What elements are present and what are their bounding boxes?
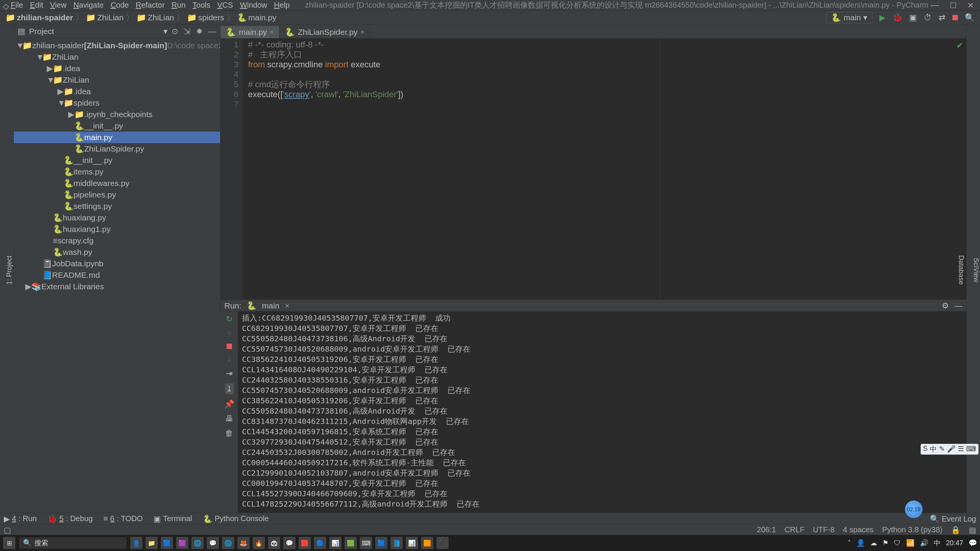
menu-refactor[interactable]: Refactor — [136, 1, 165, 10]
tree-item[interactable]: 🐍 huaxiang1.py — [14, 223, 220, 235]
run-button[interactable]: ▶ — [879, 13, 885, 22]
tab-close-icon[interactable]: × — [361, 29, 364, 36]
taskbar-app[interactable]: 🟩 — [345, 537, 357, 549]
tree-item[interactable]: 🐍 wash.py — [14, 246, 220, 258]
bottom-tab[interactable]: ≡ 6: TODO — [103, 514, 143, 523]
menu-tools[interactable]: Tools — [193, 1, 211, 10]
editor-tab[interactable]: 🐍main.py× — [220, 26, 279, 38]
windows-taskbar[interactable]: ⊞ 🔍 搜索 👤📁🟦🟪🌐💬🌐🦊🔥🐼💬🟥🔵📊🟩⌨🟦📘📊🟧⬛ ˄ 👤 ☁ ⚑ 🛡 📶… — [0, 535, 980, 551]
menu-window[interactable]: Window — [240, 1, 267, 10]
locate-icon[interactable]: ⊙ — [172, 27, 178, 36]
caret-position[interactable]: 206:1 — [757, 525, 776, 534]
breadcrumb-item[interactable]: 📁 ZhiLian — [136, 13, 174, 22]
breadcrumb-item[interactable]: 📁 ZhiLian — [86, 13, 124, 22]
tree-item[interactable]: 🐍 items.py — [14, 166, 220, 178]
breadcrumb[interactable]: 📁 zhilian-spaider〉📁 ZhiLian〉📁 ZhiLian〉📁 … — [5, 12, 826, 23]
file-encoding[interactable]: UTF-8 — [813, 525, 835, 534]
breadcrumb-item[interactable]: 🐍 main.py — [237, 13, 277, 22]
expand-icon[interactable]: ⇲ — [184, 27, 191, 36]
minimize-icon[interactable]: — — [931, 1, 939, 10]
tree-item[interactable]: 📘 README.md — [14, 269, 220, 281]
tree-item[interactable]: ▶ 📁 .ipynb_checkpoints — [14, 109, 220, 120]
print-icon[interactable]: 🖶 — [225, 414, 233, 423]
ime-button[interactable]: 🎤 — [947, 445, 956, 454]
taskbar-app[interactable]: 💬 — [207, 537, 219, 549]
menu-navigate[interactable]: Navigate — [74, 1, 104, 10]
tree-item[interactable]: ▼ 📁 zhilian-spaider [ZhiLian-Spider-main… — [14, 40, 220, 51]
coverage-button[interactable]: ▣ — [909, 13, 917, 22]
project-tool-tab[interactable]: 1: Project — [5, 256, 13, 285]
status-menu-icon[interactable]: ▤ — [969, 525, 976, 535]
notification-icon[interactable]: 💬 — [969, 539, 977, 547]
lock-icon[interactable]: 🔒 — [951, 525, 960, 535]
taskbar-search[interactable]: 🔍 搜索 — [19, 537, 126, 549]
stop-button[interactable] — [952, 15, 958, 20]
menu-edit[interactable]: Edit — [30, 1, 43, 10]
debug-button[interactable]: 🐞 — [892, 13, 902, 22]
menu-help[interactable]: Help — [274, 1, 290, 10]
collapse-icon[interactable]: — — [208, 27, 216, 36]
tray-chevron-icon[interactable]: ˄ — [848, 539, 851, 547]
tray-ime-icon[interactable]: 中 — [934, 538, 941, 548]
ime-button[interactable]: ✎ — [939, 445, 945, 454]
indent-setting[interactable]: 4 spaces — [843, 525, 874, 534]
taskbar-app[interactable]: 🐼 — [268, 537, 280, 549]
taskbar-app[interactable]: 💬 — [283, 537, 296, 549]
python-interpreter[interactable]: Python 3.8 (py38) — [882, 525, 942, 534]
bottom-tab[interactable]: 🐞 5: Debug — [47, 514, 93, 523]
project-tree[interactable]: ▼ 📁 zhilian-spaider [ZhiLian-Spider-main… — [14, 38, 220, 513]
project-view-dropdown[interactable]: ▾ — [163, 27, 168, 36]
menu-view[interactable]: View — [50, 1, 67, 10]
taskbar-app[interactable]: 🟪 — [176, 537, 188, 549]
start-button[interactable]: ⊞ — [3, 537, 15, 549]
editor-tab[interactable]: 🐍ZhiLianSpider.py× — [279, 26, 370, 38]
taskbar-app[interactable]: 🟦 — [375, 537, 387, 549]
stop-run-icon[interactable] — [227, 344, 232, 349]
ime-button[interactable]: ⌨ — [966, 445, 976, 454]
run-hide-icon[interactable]: — — [954, 301, 962, 310]
main-menu[interactable]: FileEditViewNavigateCodeRefactorRunTools… — [11, 1, 290, 10]
bottom-tool-tabs[interactable]: ▶ 4: Run🐞 5: Debug≡ 6: TODO▣ Terminal🐍 P… — [0, 513, 980, 524]
tray-sound-icon[interactable]: 🔊 — [920, 539, 928, 547]
taskbar-app[interactable]: ⬛ — [436, 537, 449, 549]
tree-item[interactable]: ≡ scrapy.cfg — [14, 235, 220, 246]
taskbar-app[interactable]: 🟥 — [299, 537, 311, 549]
tree-item[interactable]: 🐍 __init__.py — [14, 120, 220, 132]
editor-tabs[interactable]: 🐍main.py×🐍ZhiLianSpider.py× — [220, 24, 966, 38]
tray-people-icon[interactable]: 👤 — [856, 539, 865, 547]
ime-button[interactable]: S — [923, 445, 928, 454]
breadcrumb-item[interactable]: 📁 spiders — [187, 13, 224, 22]
bottom-tab[interactable]: 🐍 Python Console — [203, 514, 269, 523]
event-log-button[interactable]: 🔍 Event Log — [930, 514, 976, 523]
toggle-soft-wrap-icon[interactable]: ⇥ — [226, 369, 233, 378]
tree-item[interactable]: ▼ 📁 spiders — [14, 97, 220, 109]
taskbar-app[interactable]: 🌐 — [222, 537, 234, 549]
up-icon[interactable]: ↑ — [227, 329, 231, 338]
taskbar-app[interactable]: 🌐 — [191, 537, 204, 549]
tree-item[interactable]: ▶ 📚 External Libraries — [14, 281, 220, 292]
tree-item[interactable]: 🐍 main.py — [14, 132, 220, 143]
tree-item[interactable]: 🐍 pipelines.py — [14, 189, 220, 201]
taskbar-app[interactable]: 📘 — [390, 537, 403, 549]
ime-toolbar[interactable]: S中✎🎤☰⌨ — [921, 444, 978, 455]
tray-time[interactable]: 20:47 — [946, 539, 963, 547]
breadcrumb-item[interactable]: 📁 zhilian-spaider — [5, 13, 73, 22]
bottom-tab[interactable]: ▶ 4: Run — [4, 514, 37, 523]
menu-code[interactable]: Code — [111, 1, 129, 10]
tree-item[interactable]: ▶ 📁 .idea — [14, 86, 220, 97]
sciview-tool-tab[interactable]: SciView — [972, 258, 980, 282]
taskbar-app[interactable]: 👤 — [130, 537, 142, 549]
tray-cloud-icon[interactable]: ☁ — [870, 539, 877, 547]
taskbar-app[interactable]: 🦊 — [237, 537, 250, 549]
taskbar-app[interactable]: 📊 — [329, 537, 341, 549]
run-config-selector[interactable]: 🐍 main ▾ — [826, 12, 872, 23]
rerun-button[interactable]: ⇄ — [939, 13, 946, 22]
maximize-icon[interactable]: ☐ — [950, 1, 957, 10]
ime-button[interactable]: 中 — [930, 445, 937, 454]
profile-button[interactable]: ⏱ — [924, 13, 932, 22]
tree-item[interactable]: ▼ 📁 ZhiLian — [14, 51, 220, 63]
tray-flag-icon[interactable]: ⚑ — [882, 539, 889, 547]
menu-run[interactable]: Run — [172, 1, 186, 10]
run-settings-icon[interactable]: ⚙ — [942, 301, 949, 310]
taskbar-app[interactable]: 🟧 — [421, 537, 433, 549]
